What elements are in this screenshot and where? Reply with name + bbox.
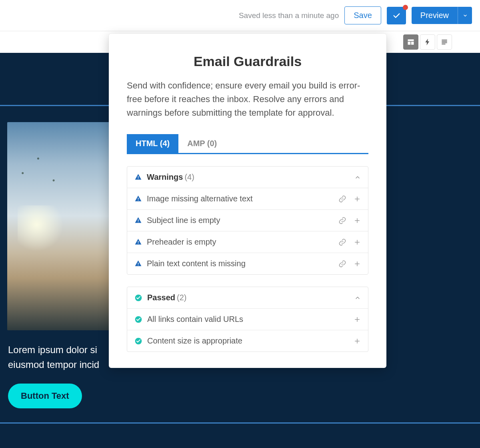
view-layout-button[interactable] xyxy=(403,34,418,50)
panel-tabs: HTML (4) AMP (0) xyxy=(127,134,368,154)
expand-icon[interactable] xyxy=(354,260,361,267)
svg-rect-13 xyxy=(138,241,139,243)
chevron-up-icon xyxy=(354,174,361,181)
svg-rect-12 xyxy=(138,222,139,223)
layout-icon xyxy=(407,38,415,46)
canvas-body-text[interactable]: Lorem ipsum dolor si eiusmod tempor inci… xyxy=(8,342,112,372)
check-circle-icon xyxy=(134,337,142,345)
chevron-down-icon xyxy=(463,13,468,18)
link-icon[interactable] xyxy=(338,238,346,246)
passed-group: Passed (2) All links contain valid URLs … xyxy=(127,287,368,352)
passed-header-label: Passed xyxy=(147,293,175,302)
guardrails-panel: Email Guardrails Send with confidence; e… xyxy=(109,34,386,368)
link-icon[interactable] xyxy=(338,260,346,268)
warning-icon xyxy=(134,173,142,181)
check-circle-icon xyxy=(134,315,142,323)
view-amp-button[interactable] xyxy=(420,34,435,50)
svg-rect-10 xyxy=(138,200,139,201)
svg-rect-2 xyxy=(411,42,414,45)
svg-rect-15 xyxy=(138,263,139,264)
save-button[interactable]: Save xyxy=(344,6,381,24)
expand-icon[interactable] xyxy=(354,217,361,224)
warnings-header-count: (4) xyxy=(184,173,194,182)
tab-html[interactable]: HTML (4) xyxy=(127,134,178,153)
preview-button[interactable]: Preview xyxy=(412,7,458,24)
passed-item[interactable]: All links contain valid URLs xyxy=(127,309,368,330)
tab-amp[interactable]: AMP (0) xyxy=(178,134,226,153)
svg-rect-3 xyxy=(442,40,447,40)
check-icon xyxy=(392,11,401,20)
chevron-up-icon xyxy=(354,295,361,301)
svg-rect-7 xyxy=(138,176,139,178)
passed-header[interactable]: Passed (2) xyxy=(127,287,368,309)
svg-rect-14 xyxy=(138,243,139,244)
warning-item-label: Plain text content is missing xyxy=(147,259,331,268)
canvas-image-placeholder[interactable] xyxy=(7,122,110,330)
warning-item-label: Image missing alternative text xyxy=(147,194,331,203)
svg-rect-1 xyxy=(408,42,411,45)
svg-rect-16 xyxy=(138,265,139,266)
link-icon[interactable] xyxy=(338,195,346,203)
saved-status: Saved less than a minute ago xyxy=(239,11,339,20)
warnings-group: Warnings (4) Image missing alternative t… xyxy=(127,166,368,275)
text-lines-icon xyxy=(440,38,448,46)
view-text-button[interactable] xyxy=(437,34,452,50)
passed-header-count: (2) xyxy=(177,293,186,302)
expand-icon[interactable] xyxy=(354,316,361,323)
top-toolbar: Saved less than a minute ago Save Previe… xyxy=(0,0,480,31)
svg-rect-5 xyxy=(442,42,447,43)
warning-icon xyxy=(134,195,142,203)
warning-item-label: Subject line is empty xyxy=(147,216,331,225)
warning-icon xyxy=(134,217,142,224)
warning-item[interactable]: Subject line is empty xyxy=(127,210,368,231)
warnings-header[interactable]: Warnings (4) xyxy=(127,167,368,188)
svg-rect-9 xyxy=(138,198,139,199)
check-circle-icon xyxy=(134,294,142,302)
lightning-icon xyxy=(424,38,432,46)
svg-rect-11 xyxy=(138,219,139,221)
passed-item[interactable]: Content size is appropriate xyxy=(127,330,368,352)
warning-icon xyxy=(134,238,142,246)
preview-dropdown-button[interactable] xyxy=(458,7,472,24)
warning-item[interactable]: Plain text content is missing xyxy=(127,253,368,274)
warning-icon xyxy=(134,260,142,267)
preview-button-group: Preview xyxy=(412,7,472,24)
panel-description: Send with confidence; ensure every email… xyxy=(127,79,368,120)
panel-title: Email Guardrails xyxy=(127,54,368,69)
warning-item[interactable]: Image missing alternative text xyxy=(127,188,368,210)
svg-rect-4 xyxy=(442,41,447,42)
svg-rect-8 xyxy=(138,179,139,179)
warnings-header-label: Warnings xyxy=(147,173,183,182)
svg-rect-6 xyxy=(442,44,445,44)
expand-icon[interactable] xyxy=(354,239,361,246)
guardrails-check-button[interactable] xyxy=(387,7,406,24)
expand-icon[interactable] xyxy=(354,338,361,345)
svg-rect-0 xyxy=(408,39,414,41)
warning-item-label: Preheader is empty xyxy=(147,237,331,247)
link-icon[interactable] xyxy=(338,217,346,225)
canvas-cta-button[interactable]: Button Text xyxy=(8,384,82,408)
expand-icon[interactable] xyxy=(354,195,361,203)
passed-item-label: All links contain valid URLs xyxy=(147,315,346,324)
warning-item[interactable]: Preheader is empty xyxy=(127,231,368,253)
passed-item-label: Content size is appropriate xyxy=(147,336,346,346)
